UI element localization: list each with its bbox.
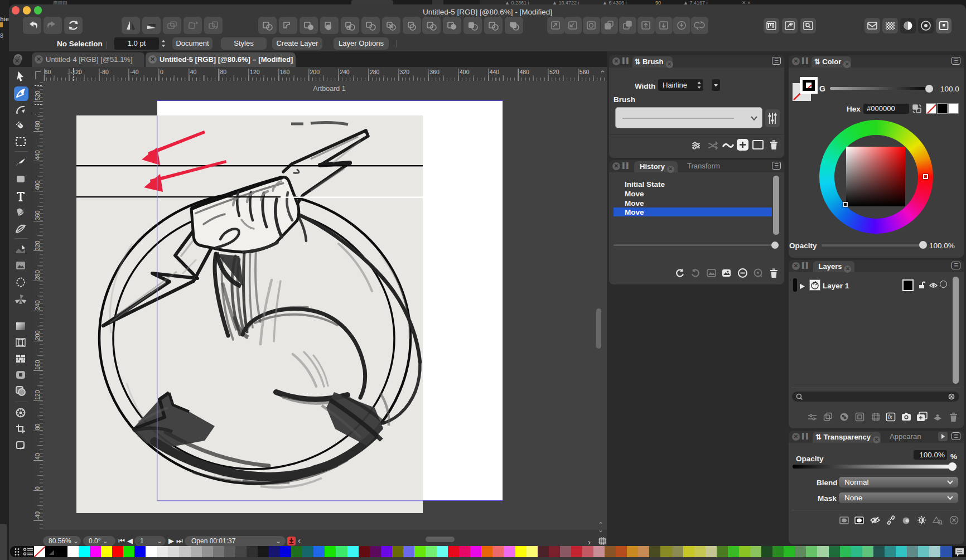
svg-text:fx: fx [888, 414, 893, 420]
